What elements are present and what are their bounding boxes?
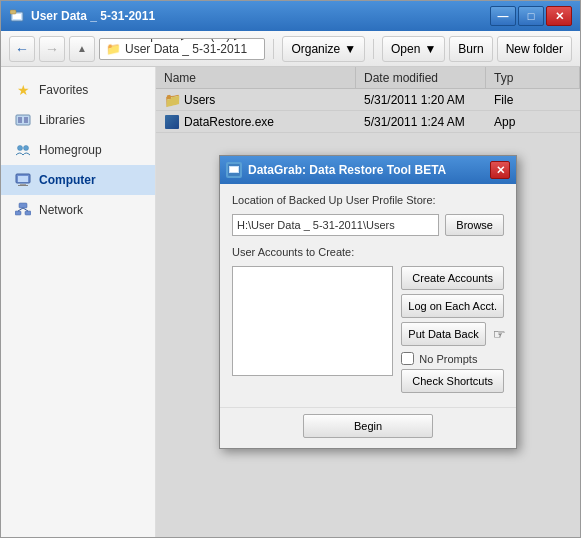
- computer-icon: [13, 170, 33, 190]
- organize-button[interactable]: Organize ▼: [282, 36, 365, 62]
- begin-button[interactable]: Begin: [303, 414, 433, 438]
- minimize-button[interactable]: —: [490, 6, 516, 26]
- star-icon: ★: [13, 80, 33, 100]
- sidebar-item-favorites[interactable]: ★ Favorites: [1, 75, 155, 105]
- breadcrumb[interactable]: 📁 Computer ▶ AT (H:) ▶ User Data _ 5-31-…: [99, 38, 265, 60]
- sidebar: ★ Favorites Libraries: [1, 67, 156, 537]
- open-label: Open: [391, 42, 420, 56]
- dialog-body: Location of Backed Up User Profile Store…: [220, 184, 516, 403]
- breadcrumb-text: Computer ▶ AT (H:) ▶ User Data _ 5-31-20…: [125, 38, 258, 60]
- dialog-buttons-col: Create Accounts Log on Each Acct. Put Da…: [401, 266, 504, 393]
- network-icon: [13, 200, 33, 220]
- dialog-close-button[interactable]: ✕: [490, 161, 510, 179]
- organize-chevron-icon: ▼: [344, 42, 356, 56]
- back-button[interactable]: ←: [9, 36, 35, 62]
- dialog: DataGrab: Data Restore Tool BETA ✕ Locat…: [219, 155, 517, 449]
- svg-rect-13: [15, 211, 21, 215]
- no-prompts-label: No Prompts: [419, 353, 477, 365]
- sidebar-homegroup-label: Homegroup: [39, 143, 102, 157]
- svg-rect-1: [13, 14, 21, 19]
- open-chevron-icon: ▼: [424, 42, 436, 56]
- create-accounts-button[interactable]: Create Accounts: [401, 266, 504, 290]
- separator-2: [373, 39, 374, 59]
- location-input-row: Browse: [232, 214, 504, 236]
- toolbar: ← → ▲ 📁 Computer ▶ AT (H:) ▶ User Data _…: [1, 31, 580, 67]
- log-on-button[interactable]: Log on Each Acct.: [401, 294, 504, 318]
- window-title: User Data _ 5-31-2011: [31, 9, 490, 23]
- sidebar-favorites-label: Favorites: [39, 83, 88, 97]
- sidebar-item-computer[interactable]: Computer: [1, 165, 155, 195]
- svg-line-16: [23, 208, 28, 211]
- sidebar-network-label: Network: [39, 203, 83, 217]
- dialog-title-bar: DataGrab: Data Restore Tool BETA ✕: [220, 156, 516, 184]
- cursor-hand-icon: ☞: [493, 326, 506, 342]
- title-bar: User Data _ 5-31-2011 — □ ✕: [1, 1, 580, 31]
- svg-rect-11: [18, 185, 28, 186]
- file-list-area: Name Date modified Typ 📁 Users 5/31/201: [156, 67, 580, 537]
- accounts-label: User Accounts to Create:: [232, 246, 504, 258]
- svg-rect-2: [10, 10, 16, 14]
- no-prompts-checkbox[interactable]: [401, 352, 414, 365]
- svg-point-6: [18, 146, 23, 151]
- svg-rect-5: [24, 117, 28, 123]
- location-label: Location of Backed Up User Profile Store…: [232, 194, 504, 206]
- forward-button[interactable]: →: [39, 36, 65, 62]
- window-icon: [9, 8, 25, 24]
- sidebar-item-network[interactable]: Network: [1, 195, 155, 225]
- location-input[interactable]: [232, 214, 439, 236]
- browse-button[interactable]: Browse: [445, 214, 504, 236]
- burn-button[interactable]: Burn: [449, 36, 492, 62]
- svg-rect-12: [19, 203, 27, 208]
- library-icon: [13, 110, 33, 130]
- dialog-icon: [226, 162, 242, 178]
- put-data-back-area: Put Data Back ☞: [401, 322, 504, 346]
- accounts-listbox[interactable]: [232, 266, 393, 376]
- main-area: ★ Favorites Libraries: [1, 67, 580, 537]
- dialog-title: DataGrab: Data Restore Tool BETA: [248, 163, 490, 177]
- sidebar-computer-label: Computer: [39, 173, 96, 187]
- main-window: User Data _ 5-31-2011 — □ ✕ ← → ▲ 📁 Comp…: [0, 0, 581, 538]
- new-folder-button[interactable]: New folder: [497, 36, 572, 62]
- burn-label: Burn: [458, 42, 483, 56]
- svg-point-7: [24, 146, 29, 151]
- sidebar-item-homegroup[interactable]: Homegroup: [1, 135, 155, 165]
- separator-1: [273, 39, 274, 59]
- up-button[interactable]: ▲: [69, 36, 95, 62]
- svg-line-15: [18, 208, 23, 211]
- dialog-overlay: DataGrab: Data Restore Tool BETA ✕ Locat…: [156, 67, 580, 537]
- maximize-button[interactable]: □: [518, 6, 544, 26]
- dialog-footer: Begin: [220, 407, 516, 448]
- close-button[interactable]: ✕: [546, 6, 572, 26]
- sidebar-item-libraries[interactable]: Libraries: [1, 105, 155, 135]
- homegroup-icon: [13, 140, 33, 160]
- svg-rect-19: [230, 167, 238, 172]
- window-controls: — □ ✕: [490, 6, 572, 26]
- open-button[interactable]: Open ▼: [382, 36, 445, 62]
- check-shortcuts-button[interactable]: Check Shortcuts: [401, 369, 504, 393]
- sidebar-libraries-label: Libraries: [39, 113, 85, 127]
- no-prompts-row: No Prompts: [401, 352, 504, 365]
- svg-rect-14: [25, 211, 31, 215]
- organize-label: Organize: [291, 42, 340, 56]
- put-data-back-button[interactable]: Put Data Back: [401, 322, 485, 346]
- new-folder-label: New folder: [506, 42, 563, 56]
- svg-rect-4: [18, 117, 22, 123]
- dialog-content-area: Create Accounts Log on Each Acct. Put Da…: [232, 266, 504, 393]
- folder-icon: 📁: [106, 42, 121, 56]
- svg-rect-9: [18, 176, 28, 182]
